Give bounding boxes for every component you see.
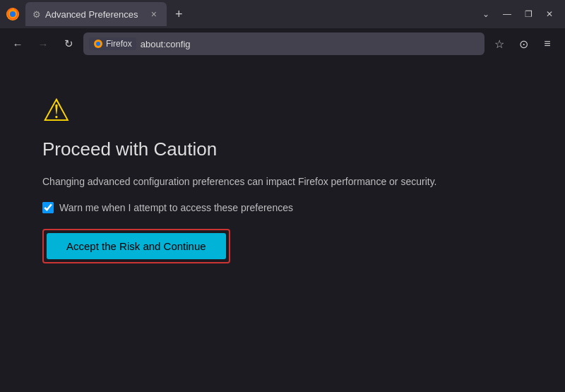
warn-checkbox-label[interactable]: Warn me when I attempt to access these p… [59, 202, 293, 213]
minimize-button[interactable]: — [497, 4, 517, 24]
close-window-button[interactable]: ✕ [540, 4, 559, 24]
tab-gear-icon: ⚙ [32, 9, 41, 20]
firefox-logo-icon [6, 7, 20, 21]
back-button[interactable]: ← [7, 33, 28, 54]
reload-button[interactable]: ↻ [58, 33, 79, 54]
firefox-badge: Firefox [89, 37, 136, 50]
bookmark-button[interactable]: ☆ [489, 33, 510, 54]
svg-point-1 [10, 11, 16, 17]
navigation-bar: ← → ↻ Firefox about:config ☆ ⊙ ≡ [0, 28, 565, 59]
firefox-mini-icon [93, 39, 103, 49]
restore-button[interactable]: ❐ [518, 4, 538, 24]
menu-button[interactable]: ≡ [537, 33, 558, 54]
active-tab[interactable]: ⚙ Advanced Preferences × [25, 2, 167, 26]
nav-icons-right: ☆ ⊙ ≡ [489, 33, 558, 54]
new-tab-button[interactable]: + [170, 8, 189, 20]
tab-title: Advanced Preferences [45, 9, 144, 20]
address-text: about:config [141, 39, 479, 49]
page-heading: Proceed with Caution [42, 138, 217, 160]
tab-close-button[interactable]: × [148, 8, 160, 20]
page-content: ⚠ Proceed with Caution Changing advanced… [0, 59, 565, 392]
window-controls: ⌄ — ❐ ✕ [476, 4, 559, 24]
title-bar: ⚙ Advanced Preferences × + ⌄ — ❐ ✕ [0, 0, 565, 28]
accept-button-wrapper: Accept the Risk and Continue [42, 229, 230, 263]
chevron-down-icon[interactable]: ⌄ [476, 4, 496, 24]
warning-icon: ⚠ [42, 95, 70, 126]
accept-risk-button[interactable]: Accept the Risk and Continue [47, 233, 226, 259]
svg-point-3 [96, 42, 100, 46]
forward-button[interactable]: → [32, 33, 54, 54]
pocket-button[interactable]: ⊙ [513, 33, 534, 54]
warn-checkbox-row: Warn me when I attempt to access these p… [42, 202, 293, 213]
address-bar[interactable]: Firefox about:config [83, 32, 484, 55]
page-description: Changing advanced configuration preferen… [42, 174, 436, 189]
warn-checkbox[interactable] [42, 202, 54, 213]
